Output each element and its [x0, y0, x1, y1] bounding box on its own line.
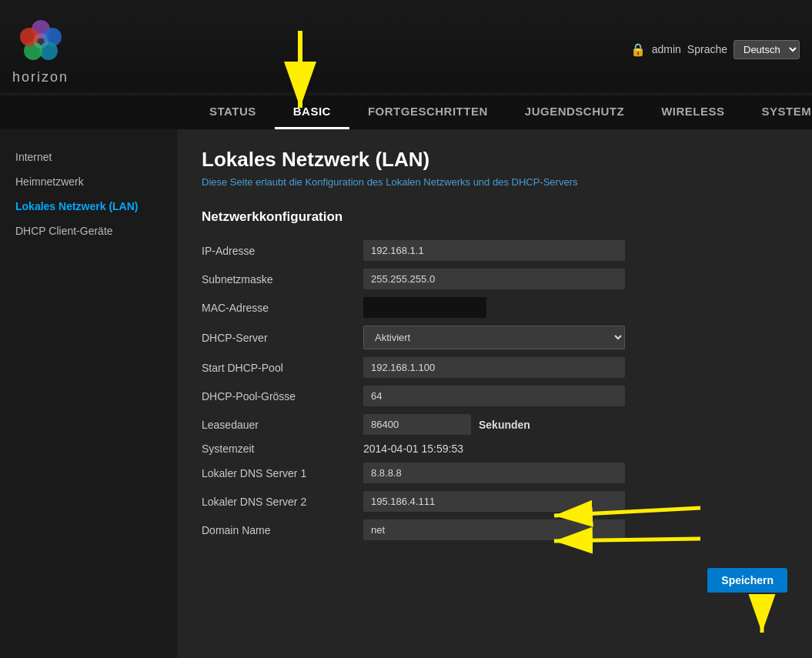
label-dhcp-start: Start DHCP-Pool [202, 362, 363, 374]
tab-system[interactable]: SYSTEM [743, 95, 812, 129]
label-mac: MAC-Adresse [202, 302, 363, 314]
sidebar-item-heimnetzwerk[interactable]: Heimnetzwerk [0, 169, 177, 194]
lease-suffix: Sekunden [479, 419, 530, 431]
content-area: Lokales Netzwerk (LAN) Diese Seite erlau… [177, 129, 812, 658]
label-lease: Leasedauer [202, 419, 363, 431]
form-row-systemzeit: Systemzeit 2014-04-01 15:59:53 [202, 443, 787, 455]
header: horizon 🔒 admin Sprache Deutsch English [0, 0, 812, 92]
input-dns2[interactable] [363, 491, 625, 512]
tab-basic[interactable]: BASIC [275, 95, 349, 129]
tab-fortgeschritten[interactable]: FORTGESCHRITTEN [349, 95, 506, 129]
sidebar-item-dhcp-client[interactable]: DHCP Client-Geräte [0, 219, 177, 243]
label-dns2: Lokaler DNS Server 2 [202, 496, 363, 508]
page-title: Lokales Netzwerk (LAN) [202, 148, 787, 172]
form-row-dhcp: DHCP-Server Aktiviert Deaktiviert [202, 326, 787, 349]
input-dhcp-size[interactable] [363, 386, 625, 406]
label-systemzeit: Systemzeit [202, 443, 363, 455]
input-dhcp-start[interactable] [363, 357, 625, 378]
sidebar-item-internet[interactable]: Internet [0, 145, 177, 169]
input-dns1[interactable] [363, 463, 625, 483]
language-select[interactable]: Deutsch English [733, 40, 800, 59]
section-title: Netzwerkkonfiguration [202, 209, 787, 225]
input-lease[interactable] [363, 414, 471, 435]
main-layout: Internet Heimnetzwerk Lokales Netzwerk (… [0, 129, 812, 658]
select-dhcp[interactable]: Aktiviert Deaktiviert [363, 326, 625, 349]
label-dhcp: DHCP-Server [202, 332, 363, 344]
header-right: 🔒 admin Sprache Deutsch English [630, 40, 800, 59]
label-dns1: Lokaler DNS Server 1 [202, 467, 363, 479]
form-row-dns1: Lokaler DNS Server 1 [202, 463, 787, 483]
label-ip: IP-Adresse [202, 245, 363, 257]
input-subnet[interactable] [363, 269, 625, 289]
page-subtitle: Diese Seite erlaubt die Konfiguration de… [202, 176, 787, 188]
logo-icon [14, 14, 68, 68]
label-subnet: Subnetzmaske [202, 273, 363, 286]
tab-wireless[interactable]: WIRELESS [643, 95, 743, 129]
form-table: IP-Adresse Subnetzmaske MAC-Adresse DHCP… [202, 240, 787, 540]
sidebar-item-lokales-netzwerk[interactable]: Lokales Netzwerk (LAN) [0, 194, 177, 219]
tab-status[interactable]: STATUS [191, 95, 275, 129]
form-row-domain: Domain Name [202, 519, 787, 540]
form-row-dhcp-size: DHCP-Pool-Grösse [202, 386, 787, 406]
logo-area: horizon [12, 14, 69, 85]
form-row-dns2: Lokaler DNS Server 2 [202, 491, 787, 512]
input-domain[interactable] [363, 519, 625, 540]
form-row-subnet: Subnetzmaske [202, 269, 787, 289]
svg-point-5 [33, 33, 48, 48]
label-domain: Domain Name [202, 524, 363, 536]
input-ip[interactable] [363, 240, 625, 261]
form-row-dhcp-start: Start DHCP-Pool [202, 357, 787, 378]
admin-label: admin [652, 43, 681, 55]
input-mac[interactable] [363, 297, 486, 318]
sidebar: Internet Heimnetzwerk Lokales Netzwerk (… [0, 129, 177, 658]
nav-tabs: STATUS BASIC FORTGESCHRITTEN JUGENDSCHUT… [0, 95, 812, 129]
form-row-ip: IP-Adresse [202, 240, 787, 261]
save-button[interactable]: Speichern [707, 568, 787, 593]
label-dhcp-size: DHCP-Pool-Grösse [202, 390, 363, 402]
lock-icon: 🔒 [630, 42, 646, 57]
form-row-lease: Leasedauer Sekunden [202, 414, 787, 435]
tab-jugendschutz[interactable]: JUGENDSCHUTZ [506, 95, 643, 129]
form-row-mac: MAC-Adresse [202, 297, 787, 318]
sprache-label: Sprache [687, 43, 727, 55]
systemzeit-value: 2014-04-01 15:59:53 [363, 443, 463, 455]
logo-text: horizon [12, 69, 69, 85]
